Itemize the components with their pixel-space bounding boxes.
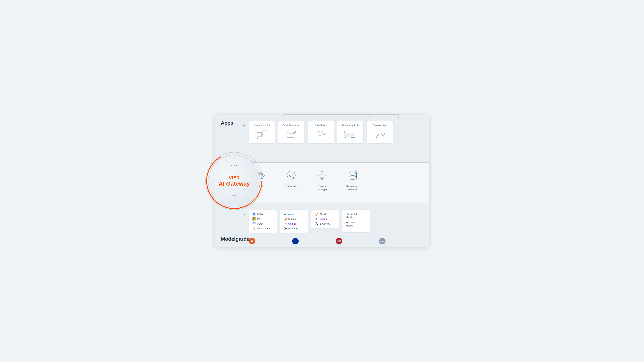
svg-rect-7	[262, 131, 267, 135]
sections-wrapper: Apps API Chat / Voice Bot	[215, 115, 429, 247]
chat-voice-bot-icon	[256, 129, 268, 141]
gemini-cloud-logo	[315, 217, 318, 221]
openai-azure-label: ⊕ OpenAI	[288, 227, 299, 230]
svg-rect-6	[257, 132, 262, 137]
app-card-customer-app: Customer App	[367, 121, 393, 144]
privacy-manager-title: PrivacyManager	[317, 184, 327, 191]
gemini-cloud-label: Gemini	[320, 218, 328, 220]
apps-label: Apps	[221, 120, 233, 126]
productivity-tools-icon	[344, 129, 357, 141]
svg-line-45	[320, 176, 321, 178]
svg-point-37	[260, 174, 262, 176]
claude-cloud-logo: AI	[315, 213, 318, 216]
diagram-container: Apps API Chat / Voice Bot	[215, 115, 429, 247]
svg-rect-26	[345, 134, 350, 137]
section-modelgarden: API Modelgarden LlaMa	[215, 203, 429, 247]
knowledge-manager-title: KnowledgeManager	[346, 184, 359, 191]
phi-item: Phi	[252, 217, 273, 221]
social-media-title: Social Media	[314, 124, 327, 127]
openai-cloud-label: ⊕ OpenAI	[320, 222, 330, 225]
meta-logo	[252, 213, 256, 216]
customer-app-title: Customer App	[373, 124, 387, 127]
finetuned-label: Fine tunedModels	[346, 221, 367, 227]
core-icon	[255, 170, 266, 183]
svg-rect-20	[319, 132, 322, 134]
badge-segment-byom: BYOM	[379, 238, 422, 244]
svg-point-32	[376, 136, 379, 138]
guardrails-icon	[286, 170, 297, 183]
badge-line-4	[387, 241, 422, 241]
gemini-azure-label: Gemini	[288, 222, 296, 225]
badge-segment-eu: 🇪🇺	[292, 238, 336, 244]
svg-rect-53	[252, 219, 254, 221]
module-privacy-manager: PrivacyManager	[310, 170, 334, 191]
svg-text:AI: AI	[315, 214, 317, 215]
email-automation-title: Email Automation	[283, 124, 300, 127]
gemini-azure-logo	[284, 222, 287, 225]
claude-azure-item: AI Claude	[284, 217, 304, 221]
svg-rect-51	[252, 217, 254, 219]
app-card-social-media: Social Media	[308, 121, 334, 144]
modelgarden-api-label: API	[243, 213, 246, 215]
svg-line-47	[323, 176, 324, 178]
pretrained-label: Pre trainedModels	[346, 213, 367, 219]
apps-api-label: API	[243, 125, 246, 127]
privacy-manager-icon	[316, 170, 328, 183]
module-knowledge-manager: KnowledgeManager	[341, 170, 364, 191]
svg-rect-60	[254, 229, 254, 230]
svg-rect-52	[254, 217, 256, 219]
badge-line-2	[300, 241, 336, 241]
svg-point-43	[293, 177, 294, 178]
microsoft-logo	[252, 217, 256, 221]
openai-azure-logo	[284, 227, 287, 230]
gateway-modules: Core Guardrails	[249, 170, 422, 191]
gemini-cloud-item: Gemini	[315, 217, 336, 221]
azure-logo	[284, 213, 287, 216]
claude-azure-label: Claude	[288, 218, 296, 220]
qwen-item: Qwen	[252, 222, 273, 225]
mistral-nemo-label: Mistral Nemo	[257, 227, 271, 230]
llama-label: LlaMa	[257, 213, 264, 216]
social-media-icon	[315, 129, 327, 141]
app-card-productivity-tools: Productivity Tools	[337, 121, 364, 144]
connector-lines-top	[257, 115, 429, 120]
openai-cloud-item: ⊕ OpenAI	[315, 222, 336, 225]
svg-rect-29	[346, 137, 347, 138]
qwen-label: Qwen	[257, 222, 264, 225]
openai-cloud-logo	[315, 222, 318, 225]
app-card-chat-voice-bot: Chat / Voice Bot	[249, 121, 275, 144]
azure-item: Azure	[284, 213, 304, 216]
us-flag-icon: 🇺🇸	[337, 239, 341, 243]
badge-segment-us: 🇺🇸	[336, 238, 379, 244]
modelgarden-label: Modelgarden	[221, 236, 253, 242]
vier-badge	[249, 238, 255, 244]
svg-rect-54	[254, 219, 256, 221]
chat-voice-bot-title: Chat / Voice Bot	[254, 124, 270, 127]
phi-label: Phi	[257, 218, 260, 220]
guardrails-title: Guardrails	[285, 184, 297, 188]
module-core: Core	[249, 170, 272, 188]
svg-point-40	[257, 171, 264, 179]
svg-point-49	[253, 213, 256, 215]
openai-azure-item: ⊕ OpenAI	[284, 227, 304, 230]
svg-rect-28	[351, 133, 354, 136]
badges-row: 🇪🇺 🇺🇸 BYOM	[249, 238, 422, 244]
svg-text:AI: AI	[284, 218, 286, 220]
svg-rect-61	[255, 229, 256, 230]
model-cards-row: LlaMa Phi	[249, 210, 422, 233]
mistral-item: Mistral Nemo	[252, 227, 273, 230]
gemini-azure-item: Gemini	[284, 222, 304, 225]
badge-segment-vier	[249, 238, 292, 244]
apps-row: Chat / Voice Bot	[249, 121, 422, 144]
section-gateway: Core Guardrails	[215, 162, 429, 203]
svg-rect-59	[253, 229, 254, 230]
svg-point-38	[257, 173, 264, 177]
azure-label: Azure	[288, 213, 294, 216]
model-card-pretrained: Pre trainedModels Fine tunedModels	[342, 210, 370, 233]
badge-line-1	[257, 241, 292, 241]
module-guardrails: Guardrails	[280, 170, 303, 188]
svg-rect-56	[253, 228, 254, 228]
core-title: Core	[258, 184, 264, 188]
eu-badge: 🇪🇺	[292, 238, 299, 244]
llama-item: LlaMa	[252, 213, 273, 216]
